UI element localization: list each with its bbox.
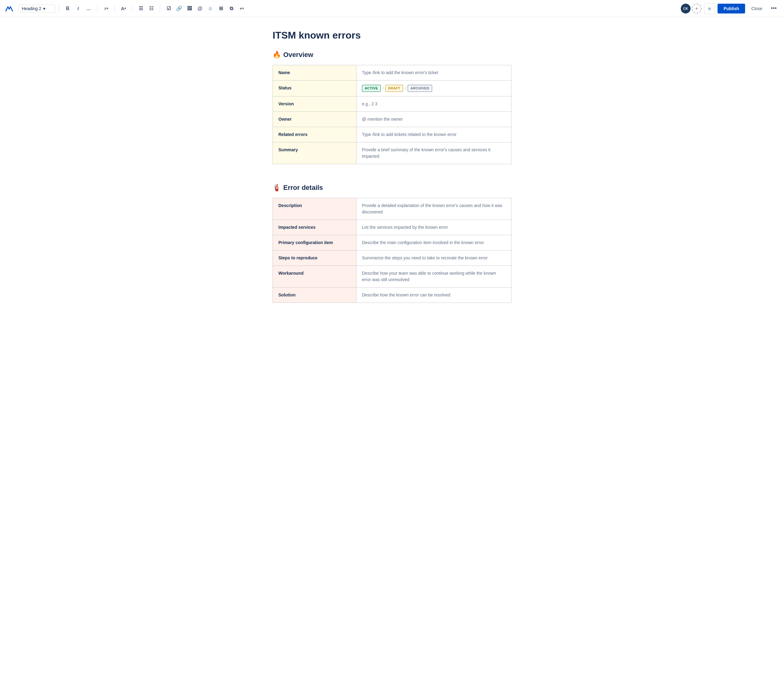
overview-table: Name Type /link to add the known error's… (272, 65, 512, 164)
more-options-button[interactable]: ••• (768, 4, 779, 13)
bold-button[interactable]: B (63, 4, 73, 14)
version-history-button[interactable]: ⎋ (704, 3, 715, 14)
table-label-status: Status (273, 81, 356, 96)
align-button[interactable]: ≡ ▾ (101, 4, 111, 14)
table-row: Workaround Describe how your team was ab… (273, 266, 512, 287)
overview-heading: 🔥 Overview (272, 51, 512, 59)
heading-selector-label: Heading 2 (22, 6, 41, 11)
table-value-version[interactable]: e.g., 2.3 (356, 96, 511, 112)
table-value-summary[interactable]: Provide a brief summary of the known err… (356, 142, 511, 164)
separator-2: / (405, 86, 406, 91)
text-color-group: A ▾ (118, 4, 128, 14)
status-badge-row: ACTIVE / DRAFT / ARCHIVED (362, 85, 506, 92)
table-label-description: Description (273, 198, 356, 219)
table-row: Primary configuration item Describe the … (273, 235, 512, 250)
link-button[interactable]: 🔗 (174, 4, 184, 14)
align-group: ≡ ▾ (101, 4, 111, 14)
table-label-summary: Summary (273, 142, 356, 164)
table-label-related-errors: Related errors (273, 127, 356, 142)
page-title: ITSM known errors (272, 30, 512, 41)
error-details-heading: 🧯 Error details (272, 184, 512, 192)
table-button[interactable]: ⊞ (216, 4, 226, 14)
text-color-label: A (121, 6, 124, 11)
divider-1 (59, 5, 59, 12)
heading-selector[interactable]: Heading 2 ▾ (19, 5, 55, 12)
table-value-description[interactable]: Provide a detailed explanation of the kn… (356, 198, 511, 219)
layout-button[interactable]: ⧉ (226, 4, 236, 14)
emoji-button[interactable]: ☺ (205, 4, 215, 14)
table-row: Solution Describe how the known error ca… (273, 287, 512, 303)
table-label-version: Version (273, 96, 356, 112)
text-color-chevron-icon: ▾ (124, 7, 126, 10)
table-label-impacted-services: Impacted services (273, 219, 356, 235)
table-row: Summary Provide a brief summary of the k… (273, 142, 512, 164)
badge-active[interactable]: ACTIVE (362, 85, 381, 92)
avatar[interactable]: CK (681, 4, 691, 14)
table-row: Steps to reproduce Summarize the steps y… (273, 250, 512, 266)
table-value-steps-to-reproduce[interactable]: Summarize the steps you need to take to … (356, 250, 511, 266)
table-value-name[interactable]: Type /link to add the known error's tick… (356, 65, 511, 81)
section-spacer (272, 179, 512, 184)
overview-emoji: 🔥 (272, 51, 281, 59)
close-button[interactable]: Close (748, 4, 766, 14)
insert-group: ☑ 🔗 🖼 @ ☺ ⊞ ⧉ + ▾ (164, 4, 247, 14)
table-label-workaround: Workaround (273, 266, 356, 287)
table-value-owner[interactable]: @ mention the owner (356, 112, 511, 127)
bullet-list-button[interactable]: ☰ (136, 4, 146, 14)
insert-chevron-icon: ▾ (242, 7, 244, 10)
table-value-workaround[interactable]: Describe how your team was able to conti… (356, 266, 511, 287)
image-button[interactable]: 🖼 (185, 4, 194, 14)
divider-4 (132, 5, 132, 12)
table-value-impacted-services[interactable]: List the services impacted by the known … (356, 219, 511, 235)
text-color-button[interactable]: A ▾ (118, 4, 128, 14)
italic-button[interactable]: I (73, 4, 83, 14)
align-icon: ≡ (104, 6, 106, 11)
numbered-list-button[interactable]: ☷ (146, 4, 156, 14)
add-collaborator-button[interactable]: + (692, 4, 702, 14)
table-row: Owner @ mention the owner (273, 112, 512, 127)
mention-button[interactable]: @ (195, 4, 205, 14)
version-icon: ⎋ (708, 6, 711, 11)
table-label-owner: Owner (273, 112, 356, 127)
logo-icon[interactable] (5, 4, 14, 13)
table-row: Version e.g., 2.3 (273, 96, 512, 112)
table-value-primary-config[interactable]: Describe the main configuration item inv… (356, 235, 511, 250)
divider-3 (115, 5, 115, 12)
collaborators-group: CK + (681, 4, 702, 14)
overview-heading-text: Overview (283, 51, 313, 59)
table-row: Related errors Type /link to add tickets… (273, 127, 512, 142)
error-details-heading-text: Error details (283, 184, 323, 192)
error-details-section: 🧯 Error details Description Provide a de… (272, 184, 512, 303)
badge-draft[interactable]: DRAFT (385, 85, 403, 92)
table-label-steps-to-reproduce: Steps to reproduce (273, 250, 356, 266)
task-button[interactable]: ☑ (164, 4, 174, 14)
toolbar-right: CK + ⎋ Publish Close ••• (681, 3, 779, 14)
plus-icon: + (695, 6, 698, 11)
align-chevron-icon: ▾ (107, 7, 108, 10)
overview-section: 🔥 Overview Name Type /link to add the kn… (272, 51, 512, 164)
table-value-related-errors[interactable]: Type /link to add tickets related to the… (356, 127, 511, 142)
plus-icon: + (240, 6, 242, 11)
table-row: Name Type /link to add the known error's… (273, 65, 512, 81)
more-formatting-button[interactable]: … (84, 4, 93, 14)
chevron-down-icon: ▾ (43, 6, 45, 11)
table-row: Impacted services List the services impa… (273, 219, 512, 235)
error-details-emoji: 🧯 (272, 184, 281, 192)
page-content: ITSM known errors 🔥 Overview Name Type /… (254, 17, 530, 330)
badge-archived[interactable]: ARCHIVED (408, 85, 432, 92)
table-label-primary-config: Primary configuration item (273, 235, 356, 250)
table-value-solution[interactable]: Describe how the known error can be reso… (356, 287, 511, 303)
table-row: Description Provide a detailed explanati… (273, 198, 512, 219)
insert-more-button[interactable]: + ▾ (237, 4, 247, 14)
table-label-name: Name (273, 65, 356, 81)
table-value-status: ACTIVE / DRAFT / ARCHIVED (356, 81, 511, 96)
text-format-group: B I … (63, 4, 93, 14)
avatar-initials: CK (683, 7, 688, 11)
error-details-table: Description Provide a detailed explanati… (272, 198, 512, 303)
publish-button[interactable]: Publish (717, 4, 745, 14)
table-row: Status ACTIVE / DRAFT / ARCHIVED (273, 81, 512, 96)
toolbar: Heading 2 ▾ B I … ≡ ▾ A ▾ ☰ ☷ ☑ 🔗 🖼 @ ☺ (0, 0, 784, 17)
table-label-solution: Solution (273, 287, 356, 303)
list-group: ☰ ☷ (136, 4, 156, 14)
separator-1: / (383, 86, 383, 91)
